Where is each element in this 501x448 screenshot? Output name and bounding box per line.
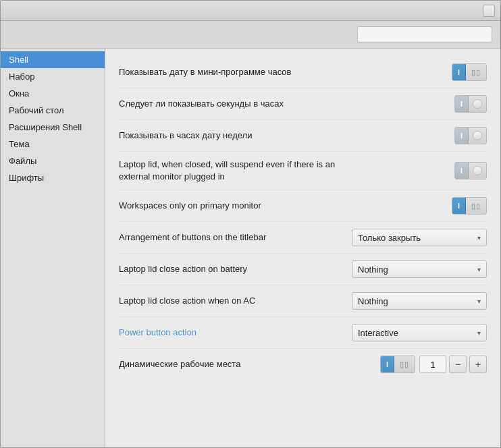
setting-row-lid-battery: Laptop lid close action on batteryNothin…	[119, 254, 487, 285]
setting-control-show-seconds: I	[352, 95, 487, 113]
stepper-dynamic-workspaces: −+	[419, 356, 487, 373]
dropdown-value-power-button: Interactive	[358, 328, 398, 338]
setting-row-laptop-lid: Laptop lid, when closed, will suspend ev…	[119, 152, 487, 190]
close-button[interactable]	[483, 5, 495, 17]
setting-label-power-button: Power button action	[119, 327, 352, 339]
setting-label-laptop-lid: Laptop lid, when closed, will suspend ev…	[119, 159, 352, 183]
toggle-on-workspaces-primary: I	[452, 198, 466, 214]
setting-label-dynamic-workspaces: Динамические рабочие места	[119, 358, 352, 370]
toggle-show-weekday[interactable]: I	[454, 127, 487, 144]
setting-row-lid-ac: Laptop lid close action when on ACNothin…	[119, 285, 487, 317]
dropdown-lid-battery[interactable]: Nothing▾	[352, 260, 487, 278]
sidebar: ShellНаборОкнаРабочий столРасширения She…	[1, 49, 105, 447]
toggle-on-show-seconds: I	[455, 96, 469, 112]
setting-control-workspaces-primary: I▯▯	[352, 197, 487, 215]
dropdown-value-lid-ac: Nothing	[358, 296, 388, 306]
setting-row-show-seconds: Следует ли показывать секунды в часахI	[119, 88, 487, 120]
toggle-off-laptop-lid	[469, 163, 486, 179]
toggle-off-workspaces-primary: ▯▯	[466, 198, 486, 214]
setting-row-show-date: Показывать дату в мини-программе часовI▯…	[119, 57, 487, 88]
toggle-off-show-seconds	[469, 96, 486, 112]
sidebar-item-shell[interactable]: Shell	[1, 51, 105, 68]
sidebar-item-расширения-shell[interactable]: Расширения Shell	[1, 119, 105, 136]
dropdown-arrow-arrangement-buttons: ▾	[477, 234, 481, 242]
sidebar-item-шрифты[interactable]: Шрифты	[1, 169, 105, 186]
main-window: ShellНаборОкнаРабочий столРасширения She…	[0, 0, 501, 448]
toggle-on-show-weekday: I	[455, 128, 469, 144]
sidebar-item-набор[interactable]: Набор	[1, 68, 105, 85]
toggle-circle-show-weekday	[473, 131, 482, 140]
setting-row-arrangement-buttons: Arrangement of buttons on the titlebarТо…	[119, 222, 487, 254]
toggle-laptop-lid[interactable]: I	[454, 162, 487, 179]
stepper-input-dynamic-workspaces[interactable]	[419, 356, 446, 373]
toggle-on-dynamic-workspaces: I	[381, 356, 394, 372]
content-area: ShellНаборОкнаРабочий столРасширения She…	[1, 49, 500, 447]
setting-label-show-seconds: Следует ли показывать секунды в часах	[119, 98, 352, 110]
setting-control-laptop-lid: I	[352, 162, 487, 179]
toggle-off-show-weekday	[469, 128, 486, 144]
search-wrap	[357, 26, 492, 43]
toggle-on-laptop-lid: I	[455, 163, 469, 179]
sidebar-item-тема[interactable]: Тема	[1, 136, 105, 152]
setting-control-show-weekday: I	[352, 127, 487, 144]
setting-control-power-button: Interactive▾	[352, 324, 487, 341]
sidebar-item-рабочий-стол[interactable]: Рабочий стол	[1, 102, 105, 119]
setting-control-lid-ac: Nothing▾	[352, 292, 487, 310]
toggle-off-dynamic-workspaces: ▯▯	[394, 356, 415, 372]
sidebar-item-окна[interactable]: Окна	[1, 85, 105, 102]
dropdown-lid-ac[interactable]: Nothing▾	[352, 292, 487, 310]
setting-control-show-date: I▯▯	[352, 63, 487, 81]
setting-row-dynamic-workspaces: Динамические рабочие местаI▯▯−+	[119, 349, 487, 380]
dropdown-arrow-lid-ac: ▾	[477, 298, 481, 305]
stepper-plus-dynamic-workspaces[interactable]: +	[469, 356, 487, 373]
setting-control-dynamic-workspaces: I▯▯−+	[352, 356, 487, 373]
setting-control-lid-battery: Nothing▾	[352, 260, 487, 278]
setting-control-arrangement-buttons: Только закрыть▾	[352, 229, 487, 246]
dropdown-arrow-lid-battery: ▾	[477, 266, 481, 273]
setting-label-arrangement-buttons: Arrangement of buttons on the titlebar	[119, 231, 352, 244]
toggle-show-date[interactable]: I▯▯	[452, 63, 487, 81]
toggle-workspaces-primary[interactable]: I▯▯	[452, 197, 487, 215]
dropdown-arrow-power-button: ▾	[477, 329, 481, 337]
toggle-off-show-date: ▯▯	[466, 64, 486, 80]
search-input[interactable]	[357, 26, 492, 43]
titlebar	[1, 1, 500, 21]
setting-row-show-weekday: Показывать в часах дату неделиI	[119, 120, 487, 152]
settings-panel: Показывать дату в мини-программе часовI▯…	[105, 49, 500, 447]
toggle-dynamic-workspaces[interactable]: I▯▯	[380, 356, 415, 373]
toggle-on-show-date: I	[452, 64, 466, 80]
toggle-show-seconds[interactable]: I	[454, 95, 487, 113]
dropdown-power-button[interactable]: Interactive▾	[352, 324, 487, 341]
setting-label-show-weekday: Показывать в часах дату недели	[119, 130, 352, 142]
search-bar	[1, 21, 500, 49]
setting-label-lid-ac: Laptop lid close action when on AC	[119, 295, 352, 307]
setting-label-show-date: Показывать дату в мини-программе часов	[119, 66, 352, 78]
dropdown-arrangement-buttons[interactable]: Только закрыть▾	[352, 229, 487, 246]
setting-row-power-button: Power button actionInteractive▾	[119, 317, 487, 349]
stepper-minus-dynamic-workspaces[interactable]: −	[449, 356, 467, 373]
setting-label-workspaces-primary: Workspaces only on primary monitor	[119, 200, 352, 212]
setting-label-lid-battery: Laptop lid close action on battery	[119, 263, 352, 275]
dropdown-value-lid-battery: Nothing	[358, 264, 388, 275]
dropdown-value-arrangement-buttons: Только закрыть	[358, 233, 421, 243]
toggle-circle-show-seconds	[473, 99, 482, 109]
sidebar-item-файлы[interactable]: Файлы	[1, 152, 105, 169]
toggle-circle-laptop-lid	[473, 166, 482, 175]
setting-row-workspaces-primary: Workspaces only on primary monitorI▯▯	[119, 190, 487, 222]
